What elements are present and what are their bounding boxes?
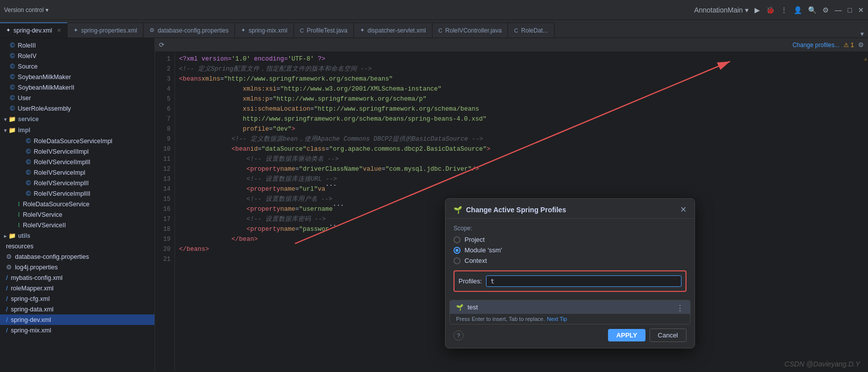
radio-label-module: Module 'ssm' bbox=[464, 246, 502, 254]
sidebar-item-source[interactable]: © Source bbox=[0, 61, 154, 72]
code-line-9: <!-- 定义数据源bean，使用Apache Commons DBCP2提供的… bbox=[179, 134, 858, 144]
sidebar-label-service: service bbox=[18, 116, 38, 123]
sidebar-item-roleivservice2-iface[interactable]: I RoleIVServiceII bbox=[0, 220, 154, 230]
sidebar-item-userroleassembly[interactable]: © UserRoleAssembly bbox=[0, 103, 154, 114]
tab-spring-dev-xml[interactable]: ✦ spring-dev.xml ✕ bbox=[0, 23, 68, 38]
topbar-actions: AnnotationMain ▾ ▶ 🐞 ⋮ 👤 🔍 ⚙ — □ ✕ bbox=[694, 6, 864, 14]
sidebar-item-roledataservice-impl[interactable]: © RoleDataSourceServiceImpl bbox=[0, 136, 154, 146]
line-numbers: 1 2 3 4 5 6 7 8 9 10 11 12 13 14 15 16 1… bbox=[155, 52, 175, 372]
scrollbar-warning: ⚠ bbox=[864, 56, 867, 62]
class-icon-roleivserviceimpl3: © bbox=[26, 190, 31, 197]
apply-button[interactable]: APPLY bbox=[608, 329, 645, 341]
dialog-close-btn[interactable]: ✕ bbox=[680, 205, 686, 214]
sidebar-item-roleivserviceimpl3[interactable]: © RoleIVServiceImplIII bbox=[0, 188, 154, 199]
line-num-19: 19 bbox=[155, 234, 170, 244]
run-icon[interactable]: ▶ bbox=[754, 6, 760, 14]
radio-module[interactable]: Module 'ssm' bbox=[454, 246, 686, 254]
sidebar-item-roledatasourceservice[interactable]: I RoleDataSourceService bbox=[0, 199, 154, 209]
sidebar-item-roleivserviceimpl[interactable]: © RoleIVServiceImpl bbox=[0, 167, 154, 178]
sidebar-item-soybeanmilkmaker[interactable]: © SoybeanMilkMaker bbox=[0, 72, 154, 82]
sidebar-label-source: Source bbox=[18, 63, 38, 70]
code-line-4: xmlns:xsi="http://www.w3.org/2001/XMLSch… bbox=[179, 84, 858, 94]
help-button[interactable]: ? bbox=[454, 330, 464, 340]
sidebar-item-dbconfig[interactable]: ⚙ database-config.properties bbox=[0, 251, 154, 262]
cancel-button[interactable]: Cancel bbox=[650, 328, 686, 342]
sidebar-label-roleivservice2impl: RoleIVServiceIIImpl bbox=[34, 148, 89, 155]
sidebar-item-springcfg[interactable]: / spring-cfg.xml bbox=[0, 293, 154, 304]
sidebar-item-roleivservice2impl[interactable]: © RoleIVServiceIIImpl bbox=[0, 146, 154, 157]
search-icon[interactable]: 🔍 bbox=[808, 6, 816, 14]
sidebar-item-rolemapper[interactable]: / roleMapper.xml bbox=[0, 283, 154, 293]
commit-icon[interactable]: ⟳ bbox=[159, 41, 164, 49]
profiles-input[interactable] bbox=[486, 275, 682, 287]
sidebar-item-log4j[interactable]: ⚙ log4j.properties bbox=[0, 262, 154, 272]
tab-label-dbconfig: database-config.properties bbox=[158, 27, 228, 34]
sidebar-folder-impl[interactable]: ▾ 📁 impl bbox=[0, 125, 154, 136]
tabs-overflow-btn[interactable]: ▾ bbox=[856, 30, 868, 38]
main-layout: © RoleIII © RoleIV © Source © SoybeanMil… bbox=[0, 38, 868, 372]
sidebar-label-rolemapper: roleMapper.xml bbox=[11, 285, 54, 292]
dialog-body: Scope: Project Module 'ssm' Context bbox=[446, 219, 694, 300]
sidebar-item-roleiii[interactable]: © RoleIII bbox=[0, 40, 154, 51]
editor-toolbar: ⟳ Change profiles... ⚠ 1 ⚙ bbox=[155, 38, 868, 52]
sidebar-item-user[interactable]: © User bbox=[0, 93, 154, 103]
tab-dispatcher[interactable]: ✦ dispatcher-servlet.xml bbox=[354, 23, 432, 38]
sidebar-label-springmix: spring-mix.xml bbox=[11, 327, 52, 334]
sidebar-item-roleivservice-iface[interactable]: I RoleIVService bbox=[0, 209, 154, 220]
tab-spring-mix[interactable]: ✦ spring-mix.xml bbox=[235, 23, 294, 38]
autocomplete-next-tip-link[interactable]: Next Tip bbox=[547, 316, 567, 322]
sidebar-item-springmix[interactable]: / spring-mix.xml bbox=[0, 325, 154, 335]
xml-icon-mybatis: / bbox=[6, 274, 8, 281]
tab-icon-dbconfig: ⚙ bbox=[150, 27, 154, 34]
radio-label-context: Context bbox=[464, 257, 487, 264]
sidebar-label-impl: impl bbox=[18, 127, 30, 134]
code-line-7: http://www.springframework.org/schema/be… bbox=[179, 114, 858, 124]
tab-roleivc[interactable]: C RoleIVController.java bbox=[432, 23, 508, 38]
autocomplete-dropdown: 🌱 test ⋮ Press Enter to insert, Tab to r… bbox=[450, 300, 690, 324]
sidebar-folder-service[interactable]: ▾ 📁 service bbox=[0, 114, 154, 125]
tab-profiletest[interactable]: C ProfileTest.java bbox=[294, 23, 354, 38]
close-icon[interactable]: ✕ bbox=[858, 6, 864, 14]
line-num-12: 12 bbox=[155, 164, 170, 174]
dialog-spring-icon: 🌱 bbox=[454, 206, 462, 214]
interface-icon-roleivservice: I bbox=[18, 211, 20, 218]
minimize-icon[interactable]: — bbox=[835, 6, 842, 14]
tab-label-springmix: spring-mix.xml bbox=[248, 27, 287, 34]
tab-database-config[interactable]: ⚙ database-config.properties bbox=[144, 23, 235, 38]
sidebar-item-springdev[interactable]: / spring-dev.xml bbox=[0, 314, 154, 325]
class-icon-roleivserviceimpl2: © bbox=[26, 179, 31, 187]
sidebar-item-resources[interactable]: resources bbox=[0, 241, 154, 251]
tab-spring-properties[interactable]: ✦ spring-properties.xml bbox=[68, 23, 144, 38]
autocomplete-item-test[interactable]: 🌱 test ⋮ bbox=[450, 300, 690, 314]
code-line-14: <property name="url" va... bbox=[179, 184, 858, 194]
more-icon[interactable]: ⋮ bbox=[780, 6, 788, 14]
sidebar-item-soybeanmilkmaker2[interactable]: © SoybeanMilkMakerII bbox=[0, 82, 154, 93]
profiles-label: Profiles: bbox=[458, 277, 482, 285]
maximize-icon[interactable]: □ bbox=[848, 6, 852, 14]
sidebar-item-springdata[interactable]: / spring-data.xml bbox=[0, 304, 154, 314]
sidebar-label-resources: resources bbox=[6, 243, 34, 250]
debug-icon[interactable]: 🐞 bbox=[766, 6, 774, 14]
sidebar-label-roledataservice-impl: RoleDataSourceServiceImpl bbox=[34, 138, 112, 145]
version-control-title[interactable]: Version control ▾ bbox=[4, 7, 48, 14]
code-line-2: <!-- 定义Spring配置文件，指定配置文件的版本和命名空间 --> bbox=[179, 64, 858, 74]
tab-close-spring-dev[interactable]: ✕ bbox=[57, 28, 61, 33]
sidebar-item-roleivserviceimpl2[interactable]: © RoleIVServiceImplII bbox=[0, 178, 154, 188]
sidebar-item-roleiv[interactable]: © RoleIV bbox=[0, 51, 154, 61]
user-icon[interactable]: 👤 bbox=[794, 6, 802, 14]
radio-context[interactable]: Context bbox=[454, 257, 686, 264]
sidebar-item-mybatis[interactable]: / mybatis-config.xml bbox=[0, 272, 154, 283]
radio-circle-module bbox=[454, 247, 460, 254]
code-line-8: profile="dev"> bbox=[179, 124, 858, 134]
change-profiles-btn[interactable]: Change profiles... bbox=[792, 42, 840, 49]
radio-project[interactable]: Project bbox=[454, 236, 686, 243]
tab-label-dispatcher: dispatcher-servlet.xml bbox=[368, 27, 426, 34]
tab-label-spring-props: spring-properties.xml bbox=[81, 27, 137, 34]
sidebar-item-roleivservice2implii[interactable]: © RoleIVServiceIImplII bbox=[0, 157, 154, 167]
settings-gear-icon[interactable]: ⚙ bbox=[822, 6, 829, 14]
interface-icon-roledatasourceservice: I bbox=[18, 200, 20, 208]
editor-settings-icon[interactable]: ⚙ bbox=[858, 41, 864, 49]
autocomplete-more-btn[interactable]: ⋮ bbox=[676, 303, 684, 313]
sidebar-folder-utils[interactable]: ▸ 📁 utils bbox=[0, 230, 154, 241]
tab-roledata[interactable]: C RoleDat... bbox=[508, 23, 554, 38]
